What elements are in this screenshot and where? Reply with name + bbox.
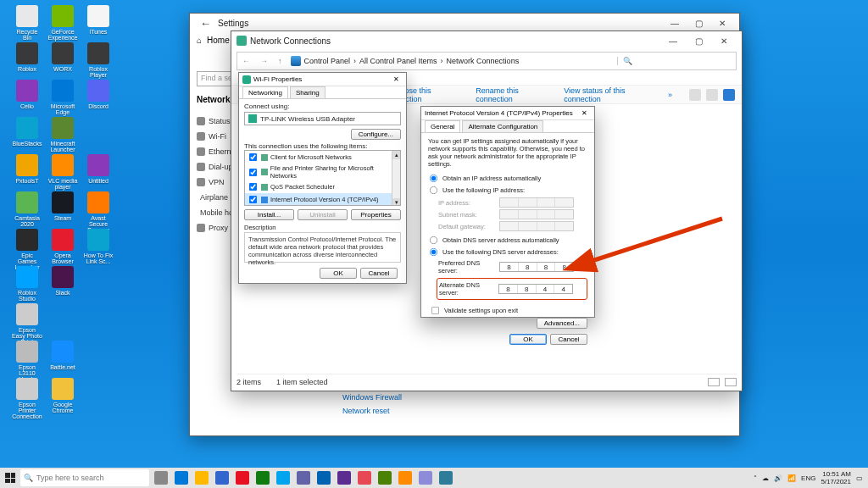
taskbar-app-icon[interactable] [334,468,354,488]
maximize-button[interactable]: ▢ [686,36,711,46]
taskbar-app-icon[interactable] [253,468,273,488]
nc-search-input[interactable]: 🔍 [617,57,736,65]
tray-wifi-icon[interactable]: 📶 [787,474,796,482]
taskbar-app-icon[interactable] [415,468,436,488]
view-large-icon[interactable] [725,378,737,386]
taskbar-app-icon[interactable] [273,468,293,488]
maximize-button[interactable]: ▢ [687,19,710,28]
tray-notifications-icon[interactable]: ▭ [856,474,863,482]
radio-ip-auto[interactable]: Obtain an IP address automatically [428,173,587,184]
advanced-button[interactable]: Advanced... [537,318,587,329]
taskbar-app-icon[interactable] [293,468,314,488]
close-button[interactable]: ✕ [389,75,403,83]
minimize-button[interactable]: — [660,36,686,46]
desktop-icon[interactable]: BlueStacks [12,117,42,147]
tray-speaker-icon[interactable]: 🔊 [774,474,782,482]
taskbar-app-icon[interactable] [212,468,232,488]
crumb[interactable]: All Control Panel Items [359,57,437,65]
desktop-icon[interactable]: Roblox [12,42,42,72]
alternate-dns-input[interactable]: 8844 [498,284,573,294]
radio-dns-manual[interactable]: Use the following DNS server addresses: [428,247,587,258]
address-bar[interactable]: ← → ↑ Control Panel› All Control Panel I… [236,52,737,70]
desktop-icon[interactable]: Roblox Player [83,42,114,78]
radio-dns-auto[interactable]: Obtain DNS server address automatically [428,235,587,246]
rename-link[interactable]: Rename this connection [476,86,547,103]
view-options-icon[interactable] [689,89,701,101]
desktop-icon[interactable]: Microsoft Edge [47,80,78,115]
desktop-icon[interactable]: WORX [47,42,78,72]
desktop-icon[interactable]: Google Chrome [47,378,78,413]
radio-ip-manual[interactable]: Use the following IP address: [428,185,587,196]
desktop-icon[interactable]: GeForce Experience [47,5,78,41]
desktop-icon[interactable]: Slack [47,266,78,296]
tab-general[interactable]: General [425,120,460,132]
toolbar-more[interactable]: » [668,91,672,99]
desktop-icon[interactable]: Untitled [83,154,114,184]
nav-up-icon[interactable]: ↑ [273,57,287,65]
desktop-icon[interactable]: iTunes [83,5,114,35]
preview-pane-icon[interactable] [706,89,718,101]
tray-chevron-icon[interactable]: ˄ [754,474,757,482]
taskbar-search-input[interactable]: 🔍 Type here to search [20,469,149,486]
desktop-icon[interactable]: Avast Secure Browser [83,191,114,233]
desktop-icon[interactable]: Discord [83,80,114,109]
desktop-icon[interactable]: Celio [12,80,42,109]
desktop-icon[interactable]: Epic Games Launcher [12,229,42,270]
desktop-icon[interactable]: Epson Easy Photo Print [12,303,42,345]
tray-onedrive-icon[interactable]: ☁ [762,474,769,482]
close-button[interactable]: ✕ [577,109,591,117]
tray-lang[interactable]: ENG [801,474,815,482]
view-status-link[interactable]: View status of this connection [564,86,651,103]
taskbar-app-icon[interactable] [354,468,375,488]
desktop-icon[interactable]: Opera Browser [47,229,78,264]
desktop-icon[interactable]: Roblox Studio [12,266,42,302]
preferred-dns-input[interactable]: 8888 [499,262,574,272]
home-label[interactable]: Home [207,36,230,45]
configure-button[interactable]: Configure... [351,129,401,140]
component-item[interactable]: Internet Protocol Version 4 (TCP/IPv4) [245,193,400,206]
crumb[interactable]: Control Panel [304,57,351,65]
ok-button[interactable]: OK [320,268,357,279]
taskbar-app-icon[interactable] [375,468,395,488]
cancel-button[interactable]: Cancel [550,334,587,345]
taskbar-app-icon[interactable] [232,468,253,488]
view-details-icon[interactable] [708,378,720,386]
desktop-icon[interactable]: Epson Printer Connection [12,378,42,419]
desktop-icon[interactable]: PxtoolsT [12,154,42,184]
tab-altconfig[interactable]: Alternate Configuration [462,120,543,132]
desktop-icon[interactable]: Steam [47,191,78,221]
desktop-icon[interactable]: Recycle Bin [12,5,42,41]
component-item[interactable]: QoS Packet Scheduler [245,180,400,193]
home-icon[interactable]: ⌂ [197,36,202,45]
component-item[interactable]: File and Printer Sharing for Microsoft N… [245,164,400,180]
taskbar-app-icon[interactable] [395,468,415,488]
taskbar-app-icon[interactable] [192,468,212,488]
tab-networking[interactable]: Networking [242,86,288,98]
scroll-down-icon[interactable]: ▾ [392,198,400,206]
nav-back-icon[interactable]: ← [237,57,255,65]
close-button[interactable]: ✕ [710,19,734,28]
desktop-icon[interactable]: VLC media player [47,154,78,190]
taskbar-app-icon[interactable] [151,468,171,488]
desktop-icon[interactable]: Battle.net [47,341,78,370]
taskbar-app-icon[interactable] [436,468,456,488]
tray-clock[interactable]: 10:51 AM5/17/2021 [821,470,851,485]
cancel-button[interactable]: Cancel [360,268,398,279]
component-item[interactable]: Client for Microsoft Networks [245,151,400,164]
crumb[interactable]: Network Connections [447,57,520,65]
desktop-icon[interactable]: Camtasia 2020 [12,191,42,227]
settings-link[interactable]: Network reset [342,407,402,415]
install-button[interactable]: Install... [244,209,294,220]
start-button[interactable] [0,468,20,488]
help-icon[interactable] [723,89,735,101]
taskbar-app-icon[interactable] [171,468,192,488]
tab-sharing[interactable]: Sharing [290,86,326,98]
validate-checkbox[interactable]: Validate settings upon exit [430,305,587,316]
desktop-icon[interactable]: Minecraft Launcher [47,117,78,152]
components-list[interactable]: Client for Microsoft NetworksFile and Pr… [244,150,401,206]
close-button[interactable]: ✕ [711,36,737,46]
back-icon[interactable]: ← [200,17,211,30]
scroll-up-icon[interactable]: ▴ [392,151,400,159]
properties-button[interactable]: Properties [351,209,401,220]
desktop-icon[interactable]: How To Fix Link Sc... [83,229,114,264]
